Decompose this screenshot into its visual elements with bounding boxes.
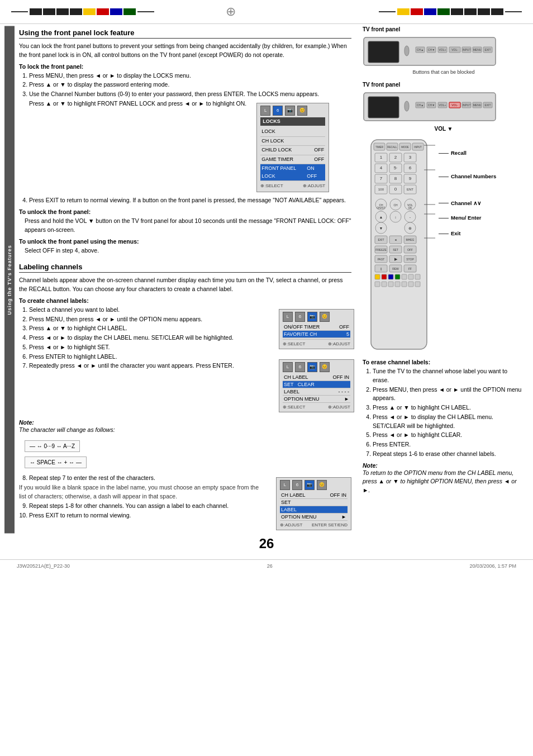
color-bar-right-yellow <box>397 8 410 15</box>
unlock-menu-heading: To unlock the front panel using the menu… <box>19 238 351 245</box>
tv-diagram-2: TV front panel CH▲ CH▼ VOL+ VOL- INPUT <box>363 82 525 132</box>
lock-steps-list: Press MENU, then press ◄ or ► to display… <box>19 72 351 206</box>
svg-text:FF: FF <box>408 267 412 270</box>
menu-row-4: GAME TIMEROFF <box>260 155 325 165</box>
remote-labels-list: Recall Channel Numbers Channel ∧∨ Menu/ … <box>439 139 496 245</box>
menu-icon-2: 6 <box>295 362 305 372</box>
menu-row-4: OPTION MENU► <box>280 513 348 521</box>
svg-text:MHEG: MHEG <box>406 238 415 241</box>
svg-rect-115 <box>408 274 413 279</box>
menu-icon-1: L <box>283 362 293 372</box>
color-bar-right-blue <box>424 8 436 15</box>
color-bar-right-black-4 <box>491 8 503 15</box>
svg-text:PAST: PAST <box>378 258 385 261</box>
svg-text:VOL-: VOL- <box>451 103 458 107</box>
menu-enter-text: Menu/ Enter <box>451 215 481 221</box>
svg-rect-119 <box>388 282 393 287</box>
svg-rect-18 <box>368 97 399 118</box>
remote-with-labels: TIMER RECALL MODE INPUT 1 2 3 4 5· <box>363 139 525 352</box>
menu-icons-row: L 6 📷 😊 <box>283 362 350 372</box>
svg-text:↕: ↕ <box>395 216 397 219</box>
color-bar-blue <box>110 8 122 15</box>
svg-text:1: 1 <box>380 155 383 160</box>
svg-text:7: 7 <box>380 176 383 181</box>
list-item: Repeat steps 1-6 to erase other channel … <box>373 450 525 459</box>
list-item: Press MENU, then press ◄ or ► until the … <box>373 386 525 403</box>
svg-text:CH: CH <box>393 203 398 207</box>
menu-icon-3: 📷 <box>307 312 317 322</box>
list-item: Repeatedly press ◄ or ► until the charac… <box>29 362 269 370</box>
right-column: TV front panel CH▲ CH▼ VOL+ VOL- INPUT <box>363 26 525 534</box>
svg-rect-121 <box>402 282 407 287</box>
svg-rect-1 <box>368 41 399 63</box>
bottom-bar: J3W20521A(E)_P22-30 26 20/03/2006, 1:57 … <box>0 559 533 572</box>
svg-text:CH▼: CH▼ <box>428 103 435 107</box>
exit-text: Exit <box>451 230 460 237</box>
menu-title: LOCKS <box>260 117 325 126</box>
svg-rect-113 <box>395 274 400 279</box>
color-bar-red <box>97 8 109 15</box>
remote-svg: TIMER RECALL MODE INPUT 1 2 3 4 5· <box>363 139 435 351</box>
svg-text:⊕: ⊕ <box>408 226 412 230</box>
svg-text:0: 0 <box>394 187 397 192</box>
list-item: Press ▲ or ▼ to highlight CH LABEL. <box>29 324 269 333</box>
ch-label-menu-mockup: L 6 📷 😊 CH LABELOFF IN SET CLEAR LABEL- … <box>279 359 354 412</box>
svg-text:8: 8 <box>394 176 397 181</box>
svg-text:EXIT: EXIT <box>378 238 384 241</box>
menu-footer: ⊕:SELECT⊕:ADJUST <box>260 183 325 189</box>
recall-text: Recall <box>451 150 467 156</box>
menu-row-3-selected: LABEL <box>280 506 348 513</box>
svg-text:ON/ST: ON/ST <box>377 206 385 210</box>
list-item: Tune the TV to the channel whose label y… <box>373 367 525 385</box>
svg-text:▼: ▼ <box>379 226 383 230</box>
main-container: Using the TV's Features Using the front … <box>0 26 533 534</box>
list-item: Repeat step 7 to enter the rest of the c… <box>29 474 266 483</box>
label-line-3 <box>439 203 449 203</box>
create-heading: To create channel labels: <box>19 297 351 304</box>
svg-text:VOL-: VOL- <box>451 48 458 51</box>
channel-arrows-label: Channel ∧∨ <box>439 200 496 207</box>
list-item: Use the Channel Number buttons (0-9) to … <box>29 90 351 99</box>
svg-rect-123 <box>415 282 420 287</box>
channel-numbers-label: Channel Numbers <box>439 173 496 180</box>
svg-text:INPUT: INPUT <box>414 146 422 149</box>
menu-row-1: CH LABELOFF IN <box>280 492 348 499</box>
menu-footer-3: ⊕:SELECT⊕:ADJUST <box>283 405 350 410</box>
menu-row-2-selected: SET CLEAR <box>283 381 350 388</box>
top-bar-left <box>11 8 154 15</box>
label-line-1 <box>439 153 449 154</box>
unlock-heading: To unlock the front panel: <box>19 208 351 215</box>
color-bar-black-3 <box>56 8 69 15</box>
svg-text:6: 6 <box>409 165 412 170</box>
svg-rect-120 <box>395 282 400 287</box>
svg-text:100: 100 <box>378 188 384 191</box>
svg-text:MENU: MENU <box>473 48 482 51</box>
svg-text:OK: OK <box>408 206 412 210</box>
svg-text:SET: SET <box>393 248 398 251</box>
channel-numbers-text: Channel Numbers <box>451 173 496 180</box>
svg-text:MENU: MENU <box>473 103 482 107</box>
list-item: Press ENTER to highlight LABEL. <box>29 353 269 362</box>
list-item: Press ◄ or ► to highlight SET. <box>29 343 269 352</box>
label-line-4 <box>439 218 449 218</box>
menu-icon-1: L <box>283 312 293 322</box>
top-bar: ⊕ <box>0 0 533 24</box>
menu-row-2: SET <box>280 499 348 506</box>
menu-icons-row: L 6 📷 😊 <box>283 312 350 322</box>
note-text: The character will change as follows: <box>19 426 351 435</box>
unlock-menu-text: Select OFF in step 4, above. <box>19 246 351 255</box>
svg-text:OFF: OFF <box>407 248 413 251</box>
menu-icon-4: 😊 <box>320 312 330 322</box>
menu-row-1: LOCK <box>260 127 325 137</box>
menu-icons-row: L 6 📷 😊 <box>260 106 325 116</box>
menu-icon-1: L <box>260 106 270 116</box>
list-item: Press ▲ or ▼ to highlight CH LABEL. <box>373 403 525 412</box>
svg-text:CH▲: CH▲ <box>417 48 423 51</box>
vol-label: VOL ▼ <box>363 126 525 132</box>
blocked-label: Buttons that can be blocked <box>363 69 525 75</box>
char-sequence-1: — ↔ 0···9 ↔ A···Z <box>25 440 80 452</box>
recall-label: Recall <box>439 150 496 156</box>
svg-text:VOL+: VOL+ <box>439 48 446 51</box>
tv-front-svg-2: CH▲ CH▼ VOL+ VOL- INPUT MENU EXIT <box>363 90 497 123</box>
erase-note-text: To return to the OPTION menu from the CH… <box>363 469 525 495</box>
